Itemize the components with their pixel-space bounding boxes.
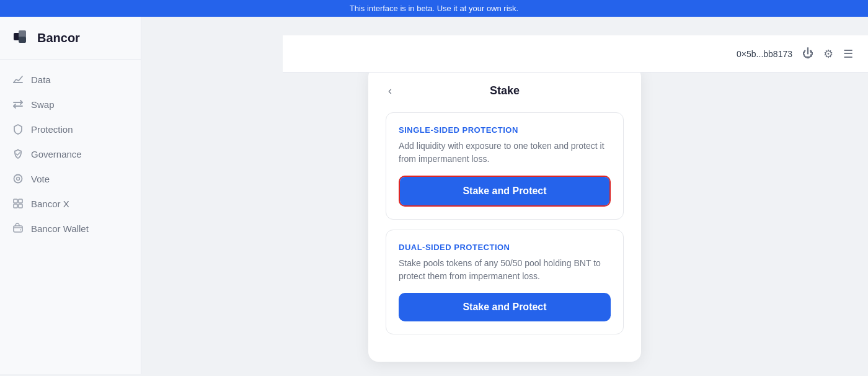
- sidebar-item-bancor-x[interactable]: Bancor X: [0, 191, 141, 216]
- governance-icon: [12, 148, 24, 159]
- vote-icon: [12, 173, 24, 184]
- dual-sided-protection-section: DUAL-SIDED PROTECTION Stake pools tokens…: [386, 230, 624, 334]
- sidebar: Bancor Data: [0, 17, 141, 374]
- single-sided-desc: Add liquidity with exposure to one token…: [399, 140, 611, 166]
- svg-rect-11: [14, 226, 22, 232]
- bancor-logo-icon: [12, 28, 32, 48]
- svg-rect-8: [19, 199, 22, 203]
- sidebar-item-protection[interactable]: Protection: [0, 117, 141, 141]
- sidebar-item-governance[interactable]: Governance: [0, 141, 141, 166]
- sidebar-item-vote[interactable]: Vote: [0, 166, 141, 191]
- menu-icon[interactable]: ☰: [843, 47, 853, 61]
- header: 0×5b...bb8173 ⏻ ⚙ ☰: [283, 35, 868, 73]
- content-area: 0×5b...bb8173 ⏻ ⚙ ☰ ‹ Stake SINGLE-SIDED…: [141, 17, 868, 374]
- sidebar-logo: Bancor: [0, 17, 141, 60]
- svg-point-12: [20, 230, 21, 231]
- sidebar-item-swap[interactable]: Swap: [0, 92, 141, 117]
- single-sided-stake-protect-button[interactable]: Stake and Protect: [400, 177, 609, 205]
- wallet-address: 0×5b...bb8173: [737, 49, 792, 59]
- sidebar-item-governance-label: Governance: [31, 149, 82, 159]
- single-sided-protection-section: SINGLE-SIDED PROTECTION Add liquidity wi…: [386, 112, 624, 220]
- sidebar-item-data[interactable]: Data: [0, 67, 141, 92]
- stake-protect-button-wrapper-selected: Stake and Protect: [399, 176, 611, 207]
- power-icon[interactable]: ⏻: [802, 47, 813, 60]
- sidebar-nav: Data Swap: [0, 60, 141, 248]
- beta-banner: This interface is in beta. Use it at you…: [0, 0, 868, 17]
- svg-rect-7: [14, 199, 17, 203]
- single-sided-label: SINGLE-SIDED PROTECTION: [399, 125, 611, 135]
- svg-rect-9: [14, 204, 17, 208]
- sidebar-item-swap-label: Swap: [31, 99, 55, 110]
- svg-rect-10: [19, 204, 22, 208]
- beta-banner-text: This interface is in beta. Use it at you…: [350, 4, 518, 13]
- wallet-icon: [12, 223, 24, 234]
- sidebar-item-protection-label: Protection: [31, 124, 73, 135]
- sidebar-item-bancor-wallet-label: Bancor Wallet: [31, 223, 89, 234]
- sidebar-item-bancor-wallet[interactable]: Bancor Wallet: [0, 216, 141, 241]
- sidebar-item-data-label: Data: [31, 74, 51, 85]
- sidebar-item-vote-label: Vote: [31, 174, 50, 184]
- header-actions: 0×5b...bb8173 ⏻ ⚙ ☰: [737, 47, 853, 61]
- main-content: ‹ Stake SINGLE-SIDED PROTECTION Add liqu…: [141, 54, 868, 374]
- svg-rect-2: [19, 37, 26, 43]
- back-button[interactable]: ‹: [386, 82, 394, 100]
- stake-card: ‹ Stake SINGLE-SIDED PROTECTION Add liqu…: [368, 67, 641, 362]
- app-layout: Bancor Data: [0, 17, 868, 374]
- card-header: ‹ Stake: [386, 84, 624, 97]
- bancor-logo-text: Bancor: [37, 31, 80, 45]
- chart-icon: [12, 74, 24, 85]
- svg-point-5: [14, 175, 22, 183]
- dual-sided-stake-protect-button[interactable]: Stake and Protect: [399, 293, 611, 321]
- dual-sided-desc: Stake pools tokens of any 50/50 pool hol…: [399, 257, 611, 283]
- svg-point-6: [17, 177, 20, 181]
- sidebar-item-bancor-x-label: Bancor X: [31, 199, 69, 209]
- grid-icon: [12, 198, 24, 209]
- card-title: Stake: [386, 84, 624, 97]
- settings-icon[interactable]: ⚙: [823, 47, 833, 61]
- swap-icon: [12, 99, 24, 110]
- shield-icon: [12, 123, 24, 135]
- dual-sided-label: DUAL-SIDED PROTECTION: [399, 243, 611, 252]
